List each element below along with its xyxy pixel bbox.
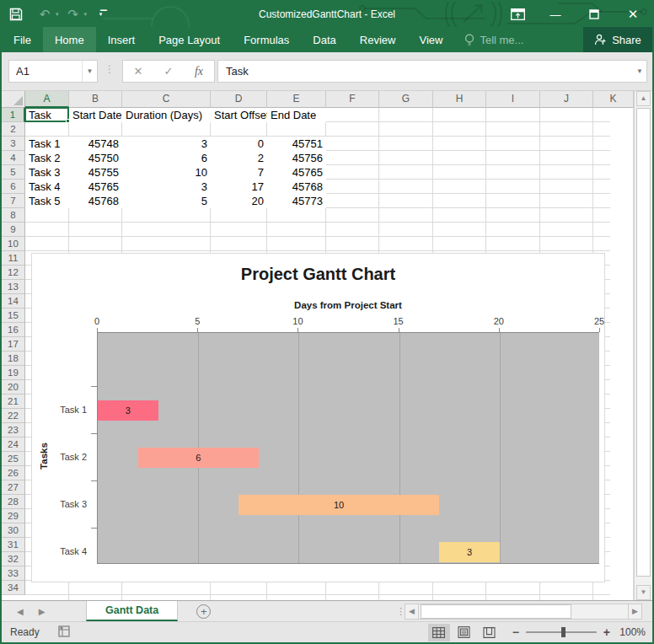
row-header-31[interactable]: 31 xyxy=(2,538,25,552)
row-header-1[interactable]: 1 xyxy=(2,108,25,122)
row-header-33[interactable]: 33 xyxy=(2,566,25,581)
column-header-a[interactable]: A xyxy=(25,91,69,108)
row-header-21[interactable]: 21 xyxy=(2,394,25,409)
minimize-icon[interactable]: — xyxy=(536,2,575,27)
cell[interactable]: 2 xyxy=(211,151,267,165)
gantt-bar-task-1[interactable]: 3 xyxy=(98,400,158,421)
scroll-right-icon[interactable]: ▶ xyxy=(628,604,642,620)
cell[interactable]: Start Date xyxy=(69,108,122,122)
column-header-c[interactable]: C xyxy=(122,91,211,108)
row-header-22[interactable]: 22 xyxy=(2,409,25,423)
cell[interactable]: 0 xyxy=(211,137,267,151)
formula-input[interactable]: Task ▼ xyxy=(217,60,647,83)
scroll-up-icon[interactable]: ▲ xyxy=(636,91,651,106)
row-header-26[interactable]: 26 xyxy=(2,466,25,480)
row-header-7[interactable]: 7 xyxy=(2,194,25,208)
cell[interactable]: Task 5 xyxy=(25,194,69,208)
cell[interactable]: 45751 xyxy=(267,137,326,151)
cell[interactable]: 20 xyxy=(211,194,267,208)
zoom-in-icon[interactable]: + xyxy=(603,625,610,639)
horizontal-scroll-track[interactable] xyxy=(419,604,628,620)
maximize-icon[interactable] xyxy=(575,2,614,27)
cell[interactable]: Duration (Days) xyxy=(122,108,211,122)
cell[interactable]: 45755 xyxy=(69,165,122,180)
cell[interactable]: 45768 xyxy=(267,180,326,194)
scroll-left-icon[interactable]: ◀ xyxy=(405,604,419,620)
cell[interactable]: 10 xyxy=(122,165,211,180)
enter-icon[interactable]: ✓ xyxy=(153,65,184,78)
row-header-11[interactable]: 11 xyxy=(2,251,25,266)
row-header-30[interactable]: 30 xyxy=(2,523,25,538)
row-header-32[interactable]: 32 xyxy=(2,552,25,566)
cell[interactable]: 45768 xyxy=(69,194,122,208)
row-header-15[interactable]: 15 xyxy=(2,309,25,323)
row-header-4[interactable]: 4 xyxy=(2,151,25,165)
worksheet-grid[interactable]: ABCDEFGHIJK 1234567891011121314151617181… xyxy=(2,91,652,600)
row-header-5[interactable]: 5 xyxy=(2,165,25,180)
row-header-13[interactable]: 13 xyxy=(2,280,25,294)
row-header-20[interactable]: 20 xyxy=(2,380,25,394)
cell[interactable]: 45748 xyxy=(69,137,122,151)
cell[interactable]: 45750 xyxy=(69,151,122,165)
previous-sheet-icon[interactable]: ◀ xyxy=(17,607,24,616)
column-header-d[interactable]: D xyxy=(211,91,267,108)
tab-data[interactable]: Data xyxy=(301,27,347,52)
row-header-8[interactable]: 8 xyxy=(2,208,25,223)
name-box[interactable]: A1 ▼ xyxy=(8,60,98,83)
ribbon-display-options-icon[interactable] xyxy=(501,2,534,27)
horizontal-scrollbar[interactable]: ◀ ▶ xyxy=(405,604,642,620)
close-icon[interactable]: ✕ xyxy=(614,2,652,27)
page-break-preview-button[interactable] xyxy=(479,624,501,641)
gantt-bar-task-3[interactable]: 10 xyxy=(239,495,439,515)
tell-me-box[interactable]: Tell me... xyxy=(454,27,533,52)
row-header-34[interactable]: 34 xyxy=(2,581,25,595)
zoom-slider-thumb[interactable] xyxy=(561,627,566,637)
gantt-bar-task-4[interactable]: 3 xyxy=(439,542,500,562)
row-header-12[interactable]: 12 xyxy=(2,266,25,280)
row-header-3[interactable]: 3 xyxy=(2,137,25,151)
horizontal-scroll-thumb[interactable] xyxy=(421,604,571,619)
cell[interactable]: 45765 xyxy=(69,180,122,194)
cell[interactable]: Task 2 xyxy=(25,151,69,165)
cell[interactable]: Task 1 xyxy=(25,137,69,151)
plot-area[interactable]: 36103 xyxy=(97,332,599,564)
cell[interactable]: 45765 xyxy=(267,165,326,180)
cell[interactable]: 45756 xyxy=(267,151,326,165)
cell[interactable]: Start Offset xyxy=(211,108,267,122)
name-box-dropdown-icon[interactable]: ▼ xyxy=(82,61,97,82)
vertical-scrollbar[interactable]: ▲ ▼ xyxy=(634,91,652,600)
cell[interactable]: 3 xyxy=(122,180,211,194)
row-header-2[interactable]: 2 xyxy=(2,122,25,137)
column-header-i[interactable]: I xyxy=(486,91,540,108)
cell[interactable]: 6 xyxy=(122,151,211,165)
new-sheet-button[interactable]: + xyxy=(196,601,211,621)
normal-view-button[interactable] xyxy=(428,624,450,641)
sheet-tab-gantt-data[interactable]: Gantt Data xyxy=(86,601,178,621)
macro-record-icon[interactable] xyxy=(58,625,71,640)
row-header-9[interactable]: 9 xyxy=(2,223,25,237)
formula-expand-icon[interactable]: ▼ xyxy=(633,67,646,75)
row-header-18[interactable]: 18 xyxy=(2,352,25,366)
row-header-23[interactable]: 23 xyxy=(2,423,25,437)
tab-formulas[interactable]: Formulas xyxy=(232,27,301,52)
tab-review[interactable]: Review xyxy=(348,27,408,52)
column-header-k[interactable]: K xyxy=(593,91,634,108)
zoom-slider[interactable] xyxy=(526,631,597,633)
next-sheet-icon[interactable]: ▶ xyxy=(39,607,46,616)
row-header-25[interactable]: 25 xyxy=(2,452,25,466)
cell[interactable]: Task 3 xyxy=(25,165,69,180)
row-header-10[interactable]: 10 xyxy=(2,237,25,251)
row-header-29[interactable]: 29 xyxy=(2,509,25,523)
gantt-chart[interactable]: Project Gantt Chart Days from Project St… xyxy=(31,253,605,582)
tab-view[interactable]: View xyxy=(407,27,454,52)
vertical-scroll-thumb[interactable] xyxy=(636,108,651,577)
column-header-j[interactable]: J xyxy=(540,91,593,108)
tab-insert[interactable]: Insert xyxy=(96,27,147,52)
page-layout-view-button[interactable] xyxy=(453,624,475,641)
cell[interactable]: 5 xyxy=(122,194,211,208)
tab-page-layout[interactable]: Page Layout xyxy=(147,27,232,52)
scroll-down-icon[interactable]: ▼ xyxy=(636,585,651,600)
cancel-icon[interactable]: ✕ xyxy=(123,65,153,78)
column-header-e[interactable]: E xyxy=(267,91,326,108)
column-header-h[interactable]: H xyxy=(433,91,486,108)
